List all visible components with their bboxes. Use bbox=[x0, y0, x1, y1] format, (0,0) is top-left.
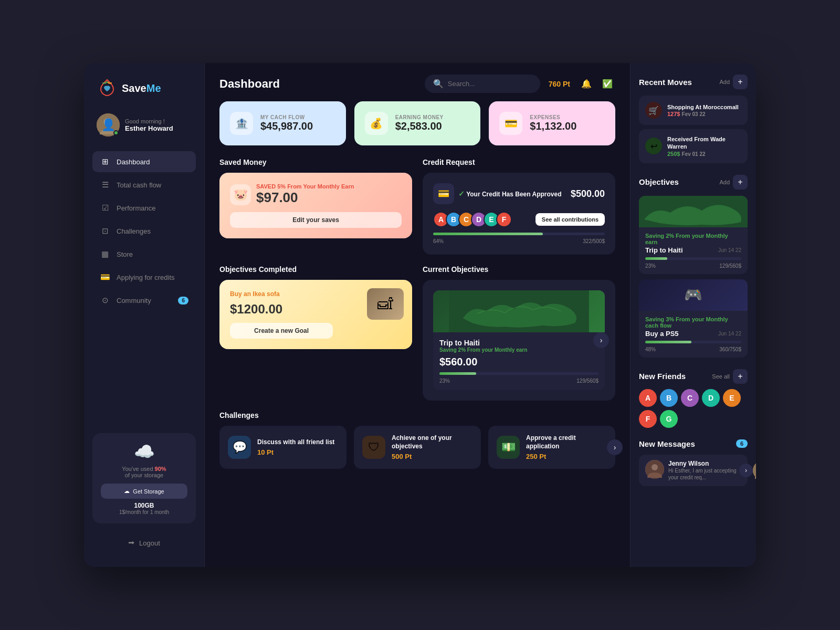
nav-item-performance[interactable]: ☑ Performance bbox=[92, 197, 196, 218]
svg-point-5 bbox=[652, 464, 658, 470]
search-input[interactable] bbox=[448, 80, 532, 88]
haiti-card-image bbox=[639, 196, 748, 227]
trip-progress-total: 129/560$ bbox=[576, 378, 598, 384]
haiti-small-map bbox=[639, 196, 748, 227]
trip-amount: $560.00 bbox=[439, 356, 598, 368]
greeting-text: Good morning ! bbox=[125, 118, 196, 124]
credit-request-card: 💳 ✓ Your Credit Has Been Approved $500.0… bbox=[423, 173, 615, 255]
move-item-shopping: 🛒 Shopping At Moroccomall 127$ Fev 03 22 bbox=[639, 96, 748, 125]
notification-icon-1[interactable]: 🔔 bbox=[579, 76, 594, 92]
saved-money-card: 🐷 SAVED 5% From Your Monthly Earn $97.00 bbox=[219, 173, 412, 238]
see-all-friends-link[interactable]: See all bbox=[712, 373, 730, 380]
content-area: 🏦 MY CACH FLOW $45,987.00 💰 EARNING MONE… bbox=[205, 101, 630, 567]
haiti-obj-name: Trip to Haiti bbox=[645, 246, 683, 254]
nav-item-cashflow[interactable]: ☰ Total cash flow bbox=[92, 174, 196, 195]
cashflow-card: 🏦 MY CACH FLOW $45,987.00 bbox=[219, 101, 346, 145]
haiti-map-svg bbox=[433, 290, 605, 332]
ps5-total: 360/750$ bbox=[719, 346, 741, 352]
jenny-avatar bbox=[645, 460, 664, 479]
recent-moves-add-button[interactable]: + bbox=[733, 75, 748, 89]
trip-title: Trip to Haiti bbox=[439, 339, 598, 347]
get-storage-button[interactable]: ☁ Get Storage bbox=[101, 484, 187, 499]
received-amount: 250$ Fev 01 22 bbox=[667, 151, 741, 157]
nav-item-store[interactable]: ▦ Store bbox=[92, 244, 196, 265]
page-title: Dashboard bbox=[219, 77, 416, 91]
haiti-obj-progress-row: 23% 129/560$ bbox=[645, 263, 741, 269]
saved-money-title: Saved Money bbox=[219, 158, 412, 166]
haiti-pct: 23% bbox=[645, 263, 656, 269]
edit-saves-button[interactable]: Edit your saves bbox=[230, 212, 402, 228]
credit-progress-bar bbox=[433, 233, 605, 235]
sofa-image: 🛋 bbox=[367, 288, 404, 320]
credit-progress-pct: 64% bbox=[433, 238, 444, 244]
received-icon: ↩ bbox=[645, 138, 662, 154]
haiti-obj-date: Jun 14 22 bbox=[718, 247, 741, 253]
saved-label: SAVED 5% From Your Monthly Earn bbox=[256, 183, 354, 190]
cashflow-label: MY CACH FLOW bbox=[260, 114, 313, 120]
topbar: Dashboard 🔍 760 Pt 🔔 ✅ bbox=[205, 63, 630, 101]
haiti-obj-fill bbox=[645, 257, 667, 260]
credit-amount: $500.00 bbox=[571, 188, 605, 200]
objectives-add-button[interactable]: + bbox=[733, 175, 748, 190]
expenses-card-icon: 💳 bbox=[499, 112, 522, 135]
shopping-title: Shopping At Moroccomall bbox=[667, 103, 741, 111]
main-content: Dashboard 🔍 760 Pt 🔔 ✅ 🏦 MY CACH FLOW $4… bbox=[205, 63, 630, 567]
challenge-title-friends: Discuss with all friend list bbox=[257, 438, 334, 447]
challenge-pts-objectives: 500 Pt bbox=[392, 453, 472, 460]
notification-icons: 🔔 ✅ bbox=[579, 76, 615, 92]
trip-progress-row: 23% 129/560$ bbox=[439, 378, 598, 384]
user-area: Good morning ! Esther Howard bbox=[92, 113, 196, 136]
friend-avatar-7: G bbox=[660, 410, 678, 428]
received-title: Received From Wade Warren bbox=[667, 135, 741, 151]
messages-nav-button[interactable]: › bbox=[739, 464, 753, 477]
credits-icon: 💳 bbox=[100, 272, 110, 282]
message-item-jenny: Jenny Wilson Hi Esther, I am just accept… bbox=[639, 455, 748, 486]
nav-label-challenges: Challenges bbox=[117, 227, 151, 235]
create-goal-button[interactable]: Create a new Goal bbox=[230, 323, 333, 339]
nav-item-credits[interactable]: 💳 Applying for credits bbox=[92, 267, 196, 288]
ps5-card-image: 🎮 bbox=[639, 279, 748, 311]
nav-item-challenges[interactable]: ⊡ Challenges bbox=[92, 220, 196, 242]
friend-avatar-2: B bbox=[660, 389, 678, 407]
right-panel: Recent Moves Add + 🛒 Shopping At Morocco… bbox=[630, 63, 756, 567]
earning-label: EARNING MONEY bbox=[395, 114, 444, 120]
expenses-value: $1,132.00 bbox=[530, 120, 576, 132]
next-message-avatar bbox=[753, 461, 756, 480]
credit-card-icon: 💳 bbox=[433, 183, 454, 204]
objectives-panel-title: Objectives bbox=[639, 177, 679, 186]
logo: SaveMe bbox=[92, 78, 196, 99]
challenges-icon: ⊡ bbox=[100, 226, 110, 236]
nav-label-performance: Performance bbox=[117, 204, 155, 212]
recent-moves-section: Recent Moves Add + 🛒 Shopping At Morocco… bbox=[639, 75, 748, 163]
challenge-title-objectives: Achieve one of your objectives bbox=[392, 434, 472, 450]
search-bar[interactable]: 🔍 bbox=[425, 75, 540, 93]
performance-icon: ☑ bbox=[100, 203, 110, 213]
notification-icon-2[interactable]: ✅ bbox=[600, 76, 615, 92]
nav-list: ⊞ Dashboard ☰ Total cash flow ☑ Performa… bbox=[92, 151, 196, 433]
friend-avatar-1: A bbox=[639, 389, 657, 407]
messages-badge: 6 bbox=[736, 439, 748, 448]
see-all-contributions-button[interactable]: See all contributions bbox=[536, 213, 605, 226]
nav-item-dashboard[interactable]: ⊞ Dashboard bbox=[92, 151, 196, 172]
contributor-avatar-6: F bbox=[496, 212, 512, 227]
top-cards: 🏦 MY CACH FLOW $45,987.00 💰 EARNING MONE… bbox=[219, 101, 615, 145]
objectives-nav-button[interactable]: › bbox=[593, 332, 609, 348]
challenge-pts-friends: 10 Pt bbox=[257, 448, 334, 456]
cashflow-value: $45,987.00 bbox=[260, 120, 313, 132]
trip-progress-bar bbox=[439, 372, 598, 375]
current-objectives-title: Current Objectives bbox=[423, 265, 615, 274]
jenny-avatar-img bbox=[645, 460, 664, 479]
logout-button[interactable]: ⮕ Logout bbox=[92, 534, 196, 552]
friend-avatar-4: D bbox=[702, 389, 720, 407]
trip-progress-pct: 23% bbox=[439, 378, 450, 384]
sidebar: SaveMe Good morning ! Esther Howard bbox=[84, 63, 205, 567]
nav-item-community[interactable]: ⊙ Community 6 bbox=[92, 290, 196, 311]
recent-moves-add-label: Add bbox=[719, 79, 730, 85]
dashboard-icon: ⊞ bbox=[100, 156, 110, 167]
challenge-pts-credit: 250 Pt bbox=[526, 453, 607, 460]
challenges-nav-button[interactable]: › bbox=[607, 439, 623, 455]
username-text: Esther Howard bbox=[125, 124, 196, 132]
add-friend-button[interactable]: + bbox=[733, 369, 748, 384]
ps5-obj-date: Jun 14 22 bbox=[718, 331, 741, 337]
expenses-label: EXPENSES bbox=[530, 114, 576, 120]
